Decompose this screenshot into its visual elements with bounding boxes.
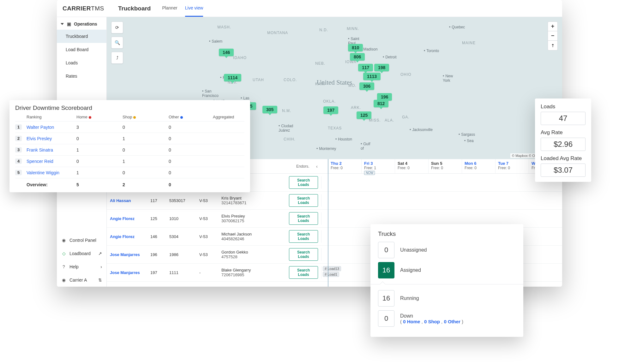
- map-city-label: Reno: [220, 75, 223, 78]
- down-shop-link[interactable]: 0 Shop: [424, 319, 440, 324]
- row-timeline[interactable]: [321, 176, 562, 189]
- truck-pin[interactable]: 117: [358, 64, 373, 71]
- rank-badge: 3: [15, 147, 22, 152]
- map-city-label: Salem: [209, 39, 212, 42]
- loads-value: 47: [541, 112, 586, 125]
- overview-shop: 2: [123, 182, 169, 187]
- map-city-label: Detroit: [383, 55, 385, 57]
- overview-label: Overview:: [27, 182, 76, 187]
- map-state-label: OKLA.: [323, 99, 336, 104]
- loads-summary-panel: Loads 47 Avg Rate $2.96 Loaded Avg Rate …: [535, 98, 591, 182]
- down-home-link[interactable]: 0 Home: [403, 319, 420, 324]
- map-toolbox: ⟳ 🔍 ⤴: [111, 21, 123, 64]
- contact-cell: Michael Jackson4045826246: [218, 232, 286, 241]
- truck-pin[interactable]: 812: [374, 100, 388, 107]
- other-value: 0: [169, 159, 213, 164]
- sidebar-loadboard[interactable]: ◇ Loadboard ↗: [57, 247, 106, 260]
- rank-badge: 2: [15, 136, 22, 141]
- timeline-day[interactable]: Fri 3 Free: 1NOW: [361, 159, 395, 173]
- search-loads-button[interactable]: Search Loads: [289, 194, 318, 207]
- truck-pin[interactable]: 197: [323, 106, 338, 114]
- truck-pin[interactable]: 806: [350, 53, 365, 61]
- sidebar-group-operations[interactable]: ▣ Operations: [57, 17, 106, 30]
- sidebar-control-panel[interactable]: ◉ Control Panel: [57, 234, 106, 247]
- sidebar-help[interactable]: ? Help ›: [57, 260, 106, 273]
- map-compass[interactable]: ⇡: [548, 41, 557, 50]
- truck-pin[interactable]: 1113: [363, 73, 381, 80]
- truck-pin[interactable]: 146: [219, 49, 234, 56]
- map-share-button[interactable]: ⤴: [111, 52, 123, 64]
- truck-pin[interactable]: 306: [359, 82, 374, 90]
- search-loads-button[interactable]: Search Loads: [289, 266, 318, 279]
- trailer-type: V-53: [196, 198, 218, 203]
- driver-name-link[interactable]: Spencer Reid: [27, 159, 76, 164]
- scoreboard-overview: Overview: 5 2 0: [15, 178, 244, 190]
- driver-link[interactable]: Angie Florez: [107, 216, 147, 221]
- row-number: 1111: [166, 270, 196, 275]
- map-state-label: KAN.: [315, 82, 325, 86]
- truck-pin[interactable]: 305: [262, 106, 277, 113]
- timeline-day-free: Free: 0: [498, 166, 526, 170]
- map-zoom-out[interactable]: −: [548, 31, 557, 41]
- map-city-label: Gulf of: [361, 142, 363, 144]
- map-search-button[interactable]: 🔍: [111, 37, 123, 49]
- driver-link[interactable]: Jose Manjarres: [107, 270, 147, 275]
- driver-name-link[interactable]: Frank Sinatra: [27, 147, 76, 152]
- sidebar-item-load-board[interactable]: Load Board: [57, 43, 106, 56]
- driver-name-link[interactable]: Walter Payton: [27, 125, 76, 130]
- load-chip[interactable]: # Load1: [323, 272, 339, 277]
- home-value: 0: [76, 159, 123, 164]
- map-zoom-control: + − ⇡: [548, 21, 558, 51]
- search-loads-button[interactable]: Search Loads: [289, 176, 318, 189]
- truck-number: 196: [147, 252, 166, 257]
- timeline-prev[interactable]: ‹: [312, 164, 321, 169]
- search-loads-button[interactable]: Search Loads: [289, 230, 318, 243]
- chevron-right-icon: ›: [100, 264, 102, 269]
- truck-pin[interactable]: 1114: [224, 74, 241, 81]
- load-chip[interactable]: # Load13: [323, 266, 341, 271]
- scoreboard-row: 3 Frank Sinatra 1 0 0: [15, 144, 244, 155]
- truck-pin[interactable]: 198: [374, 64, 389, 71]
- row-timeline[interactable]: [321, 212, 562, 225]
- map-zoom-in[interactable]: +: [548, 22, 557, 31]
- share-icon: ⤴: [116, 55, 118, 60]
- shop-value: 0: [123, 125, 169, 130]
- driver-link[interactable]: Jose Manjarres: [107, 252, 147, 257]
- scoreboard-row: 1 Walter Payton 3 0 0: [15, 121, 244, 133]
- other-value: 0: [169, 125, 213, 130]
- timeline-day[interactable]: Sat 4 Free: 0: [395, 159, 428, 173]
- timeline-day[interactable]: Sun 5 Free: 0: [428, 159, 462, 173]
- truck-pin[interactable]: 125: [357, 111, 371, 119]
- timeline-day[interactable]: Tue 7 Free: 0: [495, 159, 529, 173]
- search-loads-button[interactable]: Search Loads: [289, 212, 318, 225]
- logo-bold: CARRIER: [63, 5, 91, 12]
- other-value: 0: [169, 136, 213, 141]
- tab-planner[interactable]: Planner: [162, 0, 177, 17]
- sidebar-item-loads[interactable]: Loads: [57, 56, 106, 69]
- sidebar-carrier-switcher[interactable]: ◉ Carrier A ⇅: [57, 273, 106, 287]
- timeline-day[interactable]: Thu 2 Free: 0: [328, 159, 361, 173]
- map-city-label: Sea: [464, 139, 467, 141]
- driver-name-link[interactable]: Valentine Wiggin: [27, 170, 76, 175]
- contact-cell: Elvis Presley3070062175: [218, 214, 286, 223]
- sidebar-item-rates[interactable]: Rates: [57, 69, 106, 83]
- timeline-day-name: Sat 4: [398, 161, 426, 166]
- trucks-assigned-label: Assigned: [400, 267, 421, 273]
- sidebar-item-truckboard[interactable]: Truckboard: [57, 30, 106, 43]
- search-loads-button[interactable]: Search Loads: [289, 248, 318, 261]
- driver-name-link[interactable]: Elvis Presley: [27, 136, 76, 141]
- tab-live-view[interactable]: Live view: [185, 0, 203, 17]
- row-timeline[interactable]: [321, 194, 562, 207]
- search-icon: 🔍: [115, 40, 120, 45]
- col-endorsements: Endors.: [296, 164, 309, 169]
- down-other-link[interactable]: 0 Other: [444, 319, 460, 324]
- timeline-day-name: Thu 2: [331, 161, 359, 166]
- driver-link[interactable]: Ali Hassan: [107, 198, 147, 203]
- truck-pin[interactable]: 810: [348, 44, 363, 51]
- timeline-day[interactable]: Mon 6 Free: 0: [462, 159, 495, 173]
- trucks-down-label: Down: [400, 313, 463, 319]
- driver-link[interactable]: Angie Florez: [107, 234, 147, 239]
- map-city-label: Houston: [335, 137, 338, 140]
- map-refresh-button[interactable]: ⟳: [111, 21, 123, 33]
- logo-light: TMS: [91, 5, 104, 12]
